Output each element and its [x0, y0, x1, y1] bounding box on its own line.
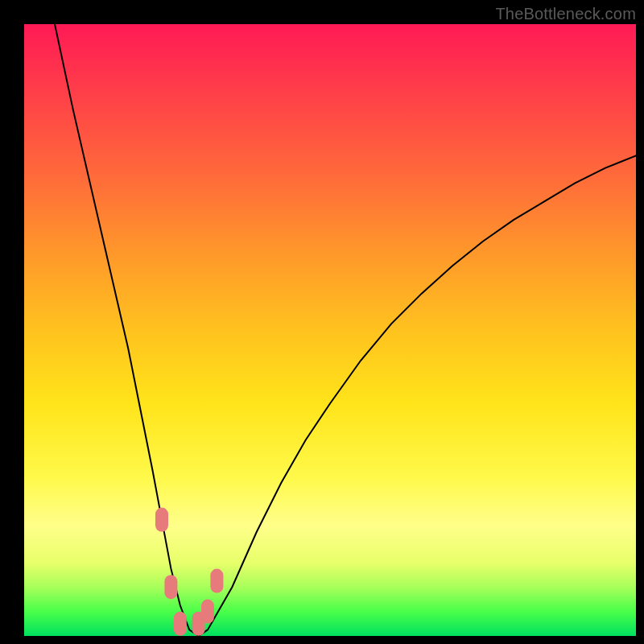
marker-point	[164, 575, 177, 599]
chart-svg	[24, 24, 636, 636]
watermark-text: TheBottleneck.com	[495, 5, 636, 23]
chart-plot-area	[24, 24, 636, 636]
marker-point	[201, 600, 214, 624]
marker-point	[155, 508, 168, 532]
marker-point	[210, 569, 223, 593]
highlight-markers	[155, 508, 223, 636]
bottleneck-curve	[55, 24, 636, 636]
marker-point	[174, 612, 187, 636]
